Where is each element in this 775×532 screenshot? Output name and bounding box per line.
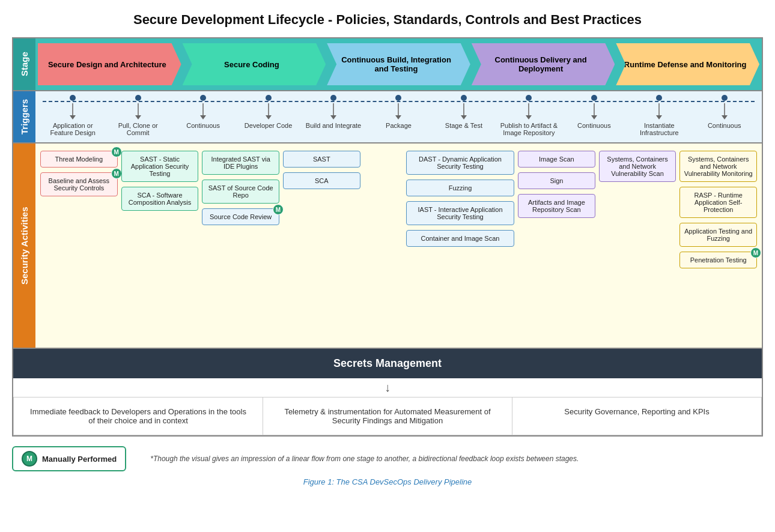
activity-vuln-monitoring: Systems, Containers and Network Vulnerab… [679,151,757,182]
activity-sast-build: SAST [283,151,360,168]
col-runtime: Systems, Containers and Network Vulnerab… [679,151,757,268]
trigger-dot [526,95,532,101]
trigger-application: Application or Feature Design [40,95,105,139]
col-build-sast: SAST SCA [283,151,360,189]
activity-integrated-sast: Integrated SAST via IDE Plugins [202,151,279,175]
activity-sca: SCA - Software Composition Analysis [121,187,199,211]
trigger-stage: Stage & Test [431,95,496,131]
col-publish: Image Scan Sign Artifacts and Image Repo… [518,151,595,218]
trigger-label-1: Pull, Clone or Commit [105,119,170,139]
trigger-label-4: Build and Integrate [305,119,362,131]
trigger-label-8: Continuous [576,119,612,131]
stage-delivery: Continuous Delivery and Deployment [472,43,615,85]
activity-dast: DAST - Dynamic Application Security Test… [406,151,514,175]
manual-badge: M [111,168,122,179]
stage-row-label: Stage [13,38,35,90]
legend-row: M Manually Performed *Though the visual … [12,446,763,471]
trigger-continuous2: Continuous [562,95,627,131]
trigger-dot [722,95,728,101]
trigger-dot [591,95,597,101]
col-ide: Integrated SAST via IDE Plugins SAST of … [202,151,279,225]
trigger-label-5: Package [384,119,413,131]
activities-row: Security Activities M Threat Modeling M … [13,144,762,348]
trigger-label-3: Developer Code [243,119,294,131]
info-cell-telemetry: Telemetry & instrumentation for Automate… [263,397,512,435]
trigger-dot [656,95,662,101]
trigger-label-10: Continuous [707,119,743,131]
legend-manual-badge: M [22,451,37,467]
trigger-infra: Instantiate Infrastructure [627,95,691,139]
activity-sast-source: SAST of Source Code Repo [202,180,279,204]
activity-pen-testing: M Penetration Testing [679,252,757,268]
col-coding: SAST - Static Application Security Testi… [121,151,199,211]
figure-caption: Figure 1: The CSA DevSecOps Delivery Pip… [12,477,763,486]
trigger-label-0: Application or Feature Design [40,119,105,139]
trigger-package: Package [366,95,431,131]
activity-rasp: RASP - Runtime Application Self-Protecti… [679,187,757,218]
info-cell-governance: Security Governance, Reporting and KPIs [512,397,761,435]
activities-row-label: Security Activities [13,144,35,348]
stage-design: Secure Design and Architecture [38,43,181,85]
manual-badge: M [111,147,122,157]
trigger-label-6: Stage & Test [444,119,484,131]
trigger-continuous1: Continuous [171,95,236,131]
activities-cells: M Threat Modeling M Baseline and Assess … [35,144,762,348]
trigger-dot [266,95,272,101]
col-design: M Threat Modeling M Baseline and Assess … [40,151,118,196]
trigger-dot [70,95,76,101]
stage-coding: Secure Coding [183,43,326,85]
trigger-label-2: Continuous [185,119,221,131]
activity-iast: IAST - Interactive Application Security … [406,201,514,225]
col-infra: Systems, Containers and Network Vulnerab… [599,151,676,182]
trigger-dot [330,95,336,101]
triggers-row: Triggers Application or Feature Design P… [13,91,762,144]
trigger-dot [461,95,467,101]
col-stage-test: DAST - Dynamic Application Security Test… [406,151,514,247]
activity-sca-build: SCA [283,172,360,189]
activity-baseline: M Baseline and Assess Security Controls [40,172,118,196]
secrets-arrow: ↓ [13,378,762,397]
main-diagram: Stage Secure Design and Architecture Sec… [12,37,763,437]
stage-chevrons: Secure Design and Architecture Secure Co… [35,38,762,90]
activity-container-image-scan: Container and Image Scan [406,230,514,247]
legend-manual-label: Manually Performed [42,455,117,464]
trigger-label-7: Publish to Artifact & Image Repository [496,119,561,139]
activity-app-testing-fuzzing: Application Testing and Fuzzing [679,223,757,247]
trigger-label-9: Instantiate Infrastructure [627,119,691,139]
info-cell-feedback: Immediate feedback to Developers and Ope… [14,397,263,435]
trigger-dot [200,95,206,101]
trigger-publish: Publish to Artifact & Image Repository [496,95,561,139]
info-row: Immediate feedback to Developers and Ope… [13,397,762,435]
manual-badge: M [273,204,284,215]
page-title: Secure Development Lifecycle - Policies,… [12,12,763,28]
trigger-dot [135,95,141,101]
activity-threat-modeling: M Threat Modeling [40,151,118,168]
activity-fuzzing: Fuzzing [406,180,514,196]
trigger-devcode: Developer Code [236,95,300,131]
activity-sign: Sign [518,172,595,189]
secrets-management-bar: Secrets Management [13,348,762,378]
activity-source-code-review: M Source Code Review [202,208,279,225]
trigger-dot [395,95,401,101]
stage-row: Stage Secure Design and Architecture Sec… [13,38,762,91]
legend-note: *Though the visual gives an impression o… [150,455,579,463]
activity-artifacts-scan: Artifacts and Image Repository Scan [518,194,595,218]
manual-badge: M [750,247,761,258]
stage-build: Continuous Build, Integration and Testin… [327,43,470,85]
activity-image-scan: Image Scan [518,151,595,168]
trigger-build: Build and Integrate [301,95,366,131]
stage-runtime: Runtime Defense and Monitoring [616,43,759,85]
activity-vuln-scan: Systems, Containers and Network Vulnerab… [599,151,676,182]
trigger-continuous3: Continuous [692,95,757,131]
trigger-pull: Pull, Clone or Commit [105,95,170,139]
triggers-row-label: Triggers [13,91,35,142]
activity-sast-static: SAST - Static Application Security Testi… [121,151,199,182]
